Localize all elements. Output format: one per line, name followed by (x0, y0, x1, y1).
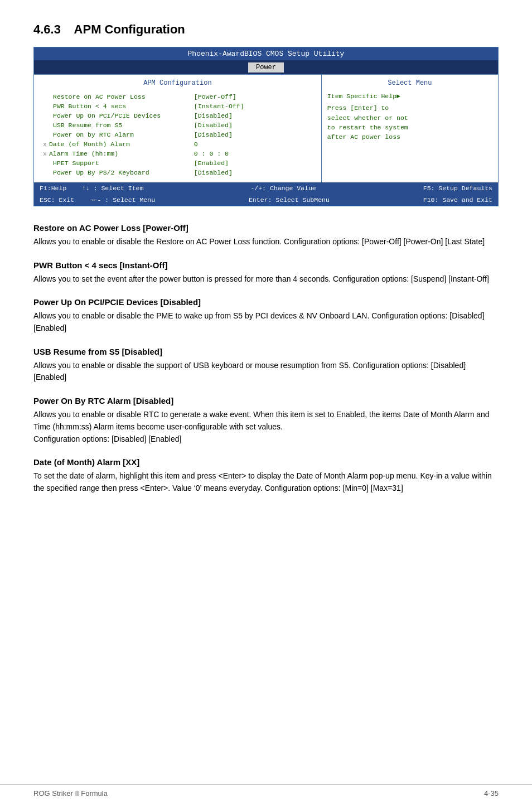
bios-footer-f10: F10: Save and Exit (423, 196, 492, 204)
content-section: Power Up On PCI/PCIE Devices [Disabled]A… (33, 297, 499, 334)
footer-right: 4-35 (484, 789, 499, 798)
bios-header: Phoenix-AwardBIOS CMOS Setup Utility (34, 47, 498, 60)
subsection-body: Allows you to enable or disable the PME … (33, 310, 499, 334)
content-section: Date (of Month) Alarm [XX]To set the dat… (33, 457, 499, 494)
bios-setting-row[interactable]: Power Up By PS/2 Keyboard[Disabled] (41, 168, 315, 177)
bios-help-line: Press [Enter] to (327, 103, 492, 113)
bios-setting-row[interactable]: HPET Support[Enabled] (41, 159, 315, 167)
bios-setup-box: Phoenix-AwardBIOS CMOS Setup Utility Pow… (33, 47, 499, 206)
bios-help-line: after AC power loss (327, 132, 492, 142)
bios-setting-row[interactable]: xAlarm Time (hh:mm)0 : 0 : 0 (41, 149, 315, 158)
bios-setting-row[interactable]: USB Resume from S5[Disabled] (41, 121, 315, 129)
subsection-heading: Power On By RTC Alarm [Disabled] (33, 396, 499, 405)
bios-footer-f1: F1:Help ↑↓ : Select Item (40, 185, 143, 192)
bios-left-panel: APM Configuration Restore on AC Power Lo… (34, 75, 322, 182)
bios-right-panel: Select Menu Item Specific Help► Press [E… (322, 75, 498, 182)
bios-help-line: to restart the system (327, 123, 492, 132)
bios-setting-row[interactable]: PWR Button < 4 secs[Instant-Off] (41, 102, 315, 110)
bios-setting-row[interactable]: Power Up On PCI/PCIE Devices[Disabled] (41, 112, 315, 120)
bios-right-header: Select Menu (327, 79, 492, 87)
footer-left: ROG Striker II Formula (33, 789, 108, 798)
bios-setting-row[interactable]: xDate (of Month) Alarm0 (41, 140, 315, 148)
bios-help-title: Item Specific Help► (327, 91, 492, 101)
subsection-body: Allows you to enable or disable the supp… (33, 360, 499, 384)
content-section: PWR Button < 4 secs [Instant-Off]Allows … (33, 260, 499, 286)
subsection-body: Allows you to set the event after the po… (33, 273, 499, 286)
page-footer: ROG Striker II Formula 4-35 (0, 784, 532, 802)
bios-footer-enter: Enter: Select SubMenu (249, 196, 330, 204)
bios-setting-row[interactable]: Power On by RTC Alarm[Disabled] (41, 131, 315, 139)
subsection-body: Allows you to enable or disable the Rest… (33, 236, 499, 248)
bios-help-text: Item Specific Help► Press [Enter] tosele… (327, 91, 492, 142)
bios-footer-esc: ESC: Exit →←- : Select Menu (40, 196, 155, 204)
section-heading: 4.6.3 APM Configuration (33, 22, 499, 37)
subsection-body: Allows you to enable or disable RTC to g… (33, 409, 499, 445)
bios-footer: F1:Help ↑↓ : Select Item -/+: Change Val… (34, 182, 498, 194)
subsection-heading: Restore on AC Power Loss [Power-Off] (33, 223, 499, 233)
section-number: 4.6.3 (33, 22, 61, 36)
content-section: Restore on AC Power Loss [Power-Off]Allo… (33, 223, 499, 248)
subsection-body: To set the date of alarm, highlight this… (33, 470, 499, 494)
subsection-heading: USB Resume from S5 [Disabled] (33, 347, 499, 356)
bios-content-area: APM Configuration Restore on AC Power Lo… (34, 74, 498, 182)
bios-help-line: select whether or not (327, 113, 492, 123)
subsection-heading: Power Up On PCI/PCIE Devices [Disabled] (33, 297, 499, 307)
bios-tab-row: Power (34, 60, 498, 74)
bios-footer-change: -/+: Change Value (250, 185, 316, 192)
bios-footer-row2: ESC: Exit →←- : Select Menu Enter: Selec… (34, 194, 498, 206)
bios-footer-f5: F5: Setup Defaults (423, 185, 492, 192)
bios-header-text: Phoenix-AwardBIOS CMOS Setup Utility (188, 50, 345, 58)
section-title: APM Configuration (74, 22, 185, 36)
bios-setting-row[interactable]: Restore on AC Power Loss[Power-Off] (41, 93, 315, 101)
subsection-heading: PWR Button < 4 secs [Instant-Off] (33, 260, 499, 270)
content-section: USB Resume from S5 [Disabled]Allows you … (33, 347, 499, 384)
content-section: Power On By RTC Alarm [Disabled]Allows y… (33, 396, 499, 445)
bios-left-header: APM Configuration (40, 79, 316, 87)
bios-active-tab[interactable]: Power (248, 62, 284, 73)
bios-settings-table: Restore on AC Power Loss[Power-Off]PWR B… (40, 91, 316, 178)
subsection-heading: Date (of Month) Alarm [XX] (33, 457, 499, 467)
